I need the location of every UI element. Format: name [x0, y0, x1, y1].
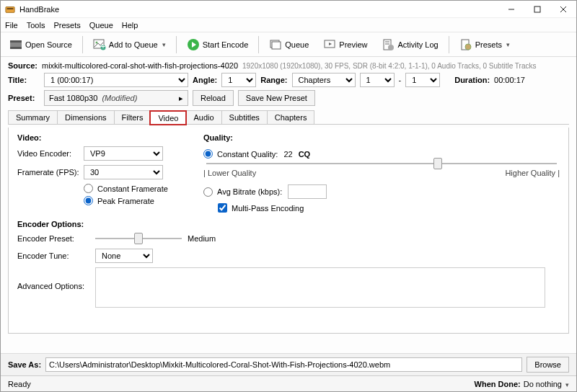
queue-icon	[269, 38, 282, 51]
cq-value: 22	[283, 150, 292, 159]
cq-suffix: CQ	[299, 150, 311, 159]
range-label: Range:	[260, 76, 287, 84]
svg-text:+: +	[101, 42, 105, 50]
framerate-select[interactable]: 30	[84, 165, 163, 179]
angle-label: Angle:	[193, 76, 217, 84]
range-separator: -	[399, 76, 402, 84]
tab-filters[interactable]: Filters	[114, 110, 151, 124]
tab-audio[interactable]: Audio	[185, 110, 221, 124]
reload-preset-button[interactable]: Reload	[193, 90, 234, 106]
peak-framerate-radio[interactable]: Peak Framerate	[84, 196, 189, 205]
source-meta: 1920x1080 (1920x1080), 30 FPS, SDR (8-bi…	[242, 62, 536, 70]
start-encode-button[interactable]: Start Encode	[182, 35, 253, 54]
presets-button[interactable]: Presets ▾	[455, 35, 514, 54]
play-icon	[187, 38, 200, 51]
range-mode-select[interactable]: Chapters	[292, 73, 356, 87]
menubar: File Tools Presets Queue Help	[1, 18, 576, 32]
toolbar-separator	[176, 36, 177, 53]
quality-slider-thumb[interactable]	[433, 158, 442, 169]
duration-value: 00:00:17	[494, 76, 525, 84]
range-from-select[interactable]: 1	[360, 73, 395, 87]
close-button[interactable]	[550, 1, 576, 18]
encoder-preset-slider-thumb[interactable]	[134, 233, 143, 244]
source-row: Source: mixkit-multicolored-coral-shot-w…	[8, 61, 569, 70]
title-select[interactable]: 1 (00:00:17)	[44, 73, 188, 87]
advanced-options-input[interactable]	[95, 267, 545, 308]
chevron-down-icon: ▾	[162, 41, 166, 48]
when-done-label: When Done:	[475, 380, 521, 388]
menu-presets[interactable]: Presets	[53, 21, 80, 30]
toolbar-separator	[82, 36, 83, 53]
encoder-tune-label: Encoder Tune:	[17, 251, 89, 260]
multipass-checkbox[interactable]: Multi-Pass Encoding	[218, 203, 560, 213]
app-title: HandBrake	[19, 5, 498, 14]
tabs: Summary Dimensions Filters Video Audio S…	[8, 110, 569, 125]
activity-log-button[interactable]: Activity Log	[377, 35, 442, 54]
film-icon	[9, 38, 22, 51]
presets-icon	[459, 38, 472, 51]
avg-bitrate-radio[interactable]: Avg Bitrate (kbps):	[203, 187, 282, 197]
titlebar: HandBrake	[1, 1, 576, 18]
quality-section-header: Quality:	[203, 133, 560, 142]
tab-video[interactable]: Video	[150, 111, 186, 125]
app-icon	[5, 4, 15, 14]
title-row: Title: 1 (00:00:17) Angle: 1 Range: Chap…	[8, 73, 569, 87]
save-as-input[interactable]	[45, 357, 522, 372]
framerate-label: Framerate (FPS):	[17, 168, 79, 177]
preset-label: Preset:	[8, 94, 40, 102]
save-new-preset-button[interactable]: Save New Preset	[238, 90, 315, 106]
toolbar-separator	[258, 36, 259, 53]
status-bar: Ready When Done: Do nothing ▾	[1, 375, 576, 391]
svg-point-22	[465, 44, 471, 50]
preview-button[interactable]: Preview	[319, 35, 371, 54]
chevron-down-icon: ▾	[506, 41, 510, 48]
video-section-header: Video:	[17, 133, 189, 142]
source-label: Source:	[8, 61, 38, 70]
constant-quality-radio[interactable]: Constant Quality:	[203, 149, 278, 159]
toolbar: Open Source + Add to Queue ▾ Start Encod…	[1, 32, 576, 57]
lower-quality-label: | Lower Quality	[203, 169, 256, 177]
quality-slider[interactable]	[206, 163, 557, 164]
status-text: Ready	[8, 380, 31, 388]
chevron-down-icon: ▾	[565, 381, 569, 388]
app-window: HandBrake File Tools Presets Queue Help …	[0, 0, 577, 392]
tab-subtitles[interactable]: Subtitles	[221, 110, 268, 124]
maximize-button[interactable]	[524, 1, 550, 18]
menu-file[interactable]: File	[5, 21, 18, 30]
encoder-tune-select[interactable]: None	[95, 249, 153, 263]
constant-framerate-radio[interactable]: Constant Framerate	[84, 184, 189, 193]
preset-row: Preset: Fast 1080p30 (Modified) ▸ Reload…	[8, 90, 569, 106]
source-name: mixkit-multicolored-coral-shot-with-fish…	[42, 61, 238, 70]
queue-button[interactable]: Queue	[265, 35, 313, 54]
svg-rect-7	[10, 40, 22, 43]
tab-summary[interactable]: Summary	[8, 110, 58, 124]
tab-dimensions[interactable]: Dimensions	[57, 110, 114, 124]
add-to-queue-button[interactable]: + Add to Queue ▾	[89, 35, 170, 54]
tab-chapters[interactable]: Chapters	[267, 110, 315, 124]
encoder-options-header: Encoder Options:	[17, 220, 560, 228]
chevron-right-icon: ▸	[179, 94, 183, 103]
svg-rect-8	[10, 47, 22, 49]
menu-help[interactable]: Help	[122, 21, 138, 30]
when-done-select[interactable]: Do nothing ▾	[524, 380, 569, 388]
encoder-preset-value: Medium	[188, 234, 216, 243]
open-source-button[interactable]: Open Source	[5, 35, 76, 54]
video-encoder-select[interactable]: VP9	[84, 146, 163, 161]
menu-tools[interactable]: Tools	[27, 21, 45, 30]
title-label: Title:	[8, 76, 40, 84]
video-tab-panel: Video: Video Encoder: VP9 Framerate (FPS…	[8, 128, 569, 334]
range-to-select[interactable]: 1	[405, 73, 440, 87]
avg-bitrate-input[interactable]	[288, 184, 327, 199]
svg-rect-1	[7, 8, 14, 9]
encoder-preset-slider[interactable]	[95, 233, 182, 244]
angle-select[interactable]: 1	[221, 73, 256, 87]
svg-point-20	[388, 45, 394, 50]
log-icon	[382, 38, 395, 51]
advanced-options-label: Advanced Options:	[17, 267, 89, 290]
browse-button[interactable]: Browse	[527, 357, 569, 373]
svg-rect-0	[6, 6, 14, 12]
preset-combo[interactable]: Fast 1080p30 (Modified) ▸	[44, 90, 188, 106]
menu-queue[interactable]: Queue	[89, 21, 113, 30]
minimize-button[interactable]	[498, 1, 524, 18]
svg-rect-15	[272, 42, 281, 49]
